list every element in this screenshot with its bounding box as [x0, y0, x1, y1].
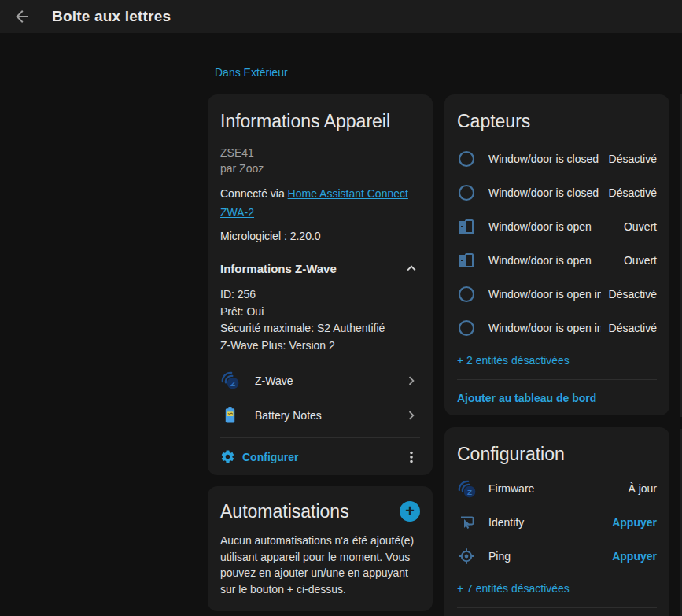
config-row-ping[interactable]: Ping Appuyer: [457, 539, 657, 573]
nav-row-zwave[interactable]: Z Z-Wave: [220, 363, 420, 398]
sensor-row[interactable]: Window/door is open Ouvert: [457, 209, 657, 243]
sensor-row[interactable]: Window/door is closed Désactivé: [457, 142, 657, 175]
zwave-id-line: ID: 256: [220, 286, 420, 304]
config-name: Firmware: [488, 482, 620, 495]
ping-target-icon: [457, 547, 476, 566]
zwave-info-section-toggle[interactable]: Informations Z-Wave: [220, 260, 420, 277]
app-header: Boite aux lettres: [0, 0, 682, 33]
breadcrumb-area-link[interactable]: Dans Extérieur: [215, 66, 288, 79]
zwave-security-line: Sécurité maximale: S2 Authentifié: [220, 320, 420, 338]
sensors-card: Capteurs Window/door is closed Désactivé…: [444, 94, 669, 415]
firmware-version-line: Micrologiciel : 2.20.0: [220, 228, 420, 244]
sensor-row[interactable]: Window/door is closed Désactivé: [457, 175, 657, 209]
overflow-menu-icon[interactable]: [403, 448, 420, 466]
device-model-block: ZSE41 par Zooz: [220, 145, 420, 176]
zwave-info-title: Informations Z-Wave: [220, 262, 337, 275]
svg-text:Z: Z: [467, 487, 472, 496]
chevron-right-icon: [403, 372, 420, 389]
sensor-state: Désactivé: [609, 186, 657, 199]
left-column: Informations Appareil ZSE41 par Zooz Con…: [208, 94, 433, 616]
zwave-logo-icon: Z: [457, 479, 476, 498]
circle-icon: [457, 319, 476, 338]
sensor-state: Désactivé: [609, 322, 657, 334]
config-disabled-entities-link[interactable]: + 7 entités désactivées: [457, 573, 657, 607]
device-model: ZSE41: [220, 145, 420, 160]
sensor-state: Désactivé: [609, 153, 657, 165]
door-open-icon: [457, 251, 476, 270]
device-nav-rows: Z Z-Wave: [220, 363, 420, 433]
sensor-name: Window/door is closed: [488, 153, 601, 165]
add-to-dashboard-link[interactable]: Ajouter au tableau de bord: [457, 392, 596, 404]
connected-via-label: Connecté via: [220, 187, 288, 200]
battery-note-icon: [220, 405, 241, 426]
config-state: À jour: [628, 482, 657, 495]
sensor-name: Window/door is open in …: [488, 322, 601, 334]
automations-title: Automatisations: [220, 500, 349, 522]
circle-icon: [457, 285, 476, 304]
automations-empty-text: Aucun automatisations n'a été ajouté(e) …: [220, 533, 420, 597]
zwave-logo-icon: Z: [220, 371, 241, 391]
configure-button-label: Configurer: [242, 451, 299, 463]
chevron-up-icon: [403, 260, 420, 277]
sensor-name: Window/door is closed: [488, 186, 601, 199]
connected-via-line: Connecté via Home Assistant Connect ZWA-…: [220, 184, 420, 222]
sensor-state: Désactivé: [609, 288, 657, 301]
sensor-name: Window/door is open: [488, 220, 616, 233]
configuration-title: Configuration: [457, 443, 657, 465]
back-arrow-icon[interactable]: [13, 7, 31, 26]
svg-text:Z: Z: [230, 379, 235, 388]
gear-icon: [220, 449, 235, 464]
right-column: Capteurs Window/door is closed Désactivé…: [444, 94, 669, 616]
chevron-right-icon: [403, 407, 420, 424]
sensor-row[interactable]: Window/door is open Ouvert: [457, 243, 657, 277]
zwave-info-lines: ID: 256 Prêt: Oui Sécurité maximale: S2 …: [220, 286, 420, 354]
sensors-title: Capteurs: [457, 110, 657, 132]
zwave-plus-line: Z-Wave Plus: Version 2: [220, 338, 420, 355]
add-automation-button[interactable]: +: [400, 501, 420, 522]
device-info-card: Informations Appareil ZSE41 par Zooz Con…: [208, 94, 433, 475]
nav-row-battery-notes-label: Battery Notes: [255, 409, 403, 422]
sensor-row[interactable]: Window/door is open in … Désactivé: [457, 277, 657, 311]
automations-card: Automatisations + Aucun automatisations …: [208, 486, 433, 611]
sensor-state: Ouvert: [624, 254, 657, 267]
sensors-card-footer: Ajouter au tableau de bord: [457, 379, 657, 415]
press-action-button[interactable]: Appuyer: [612, 516, 657, 529]
device-info-title: Informations Appareil: [220, 110, 420, 132]
device-manufacturer: par Zooz: [220, 160, 420, 176]
automations-header: Automatisations +: [220, 500, 420, 522]
sensor-row[interactable]: Window/door is open in … Désactivé: [457, 311, 657, 345]
sensor-state: Ouvert: [624, 220, 657, 233]
config-row-identify[interactable]: Identify Appuyer: [457, 505, 657, 539]
config-name: Ping: [488, 550, 604, 563]
configuration-card: Configuration Z Firmware À jour: [444, 427, 669, 616]
device-card-footer: Configurer: [220, 437, 420, 475]
configure-button[interactable]: Configurer: [220, 449, 299, 464]
configuration-card-footer: [457, 607, 657, 616]
door-open-icon: [457, 217, 476, 236]
sensors-disabled-entities-link[interactable]: + 2 entités désactivées: [457, 345, 657, 379]
config-row-firmware[interactable]: Z Firmware À jour: [457, 471, 657, 505]
config-name: Identify: [488, 516, 604, 529]
nav-row-zwave-label: Z-Wave: [255, 374, 403, 387]
content-columns: Informations Appareil ZSE41 par Zooz Con…: [208, 94, 669, 616]
circle-icon: [457, 149, 476, 168]
sensor-name: Window/door is open in …: [488, 288, 601, 301]
sensor-name: Window/door is open: [488, 254, 616, 267]
circle-icon: [457, 183, 476, 202]
press-action-button[interactable]: Appuyer: [612, 550, 657, 563]
zwave-ready-line: Prêt: Oui: [220, 304, 420, 321]
page-title: Boite aux lettres: [52, 8, 171, 25]
gesture-tap-icon: [457, 513, 476, 532]
nav-row-battery-notes[interactable]: Battery Notes: [220, 398, 420, 433]
